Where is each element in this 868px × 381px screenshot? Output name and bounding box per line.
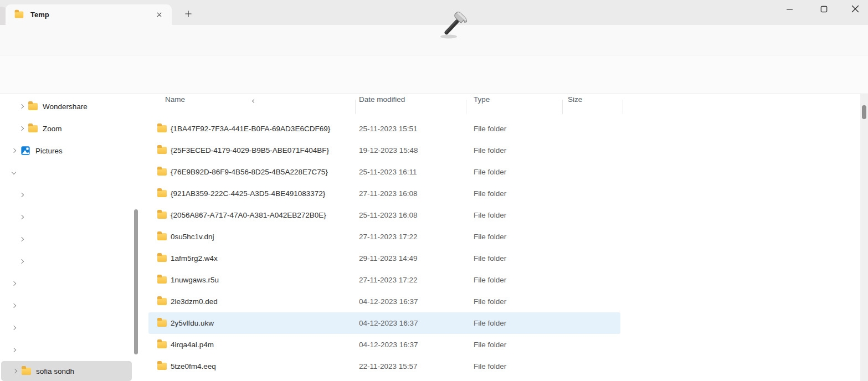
- folder-icon: [157, 276, 167, 284]
- folder-icon: [157, 125, 167, 132]
- folder-icon: [157, 233, 167, 240]
- close-window-button[interactable]: [843, 0, 868, 18]
- navigation-bar: sofia sondh AppData Local Temp: [0, 25, 868, 55]
- sidebar-item-wondershare[interactable]: Wondershare: [0, 97, 129, 115]
- column-header-date-modified[interactable]: Date modified: [359, 95, 405, 104]
- sidebar-scrollbar[interactable]: [134, 209, 138, 354]
- folder-icon: [22, 368, 31, 375]
- sidebar-item[interactable]: [0, 341, 129, 359]
- column-divider[interactable]: [562, 100, 563, 114]
- chevron-right-icon[interactable]: [12, 326, 16, 330]
- sidebar-item[interactable]: [0, 319, 129, 337]
- chevron-down-icon[interactable]: [12, 169, 16, 174]
- folder-icon: [157, 212, 167, 219]
- column-divider[interactable]: [466, 100, 466, 114]
- minimize-icon: [786, 6, 793, 13]
- sidebar-item[interactable]: [0, 208, 129, 226]
- folder-icon: [157, 298, 167, 305]
- close-icon: [155, 11, 163, 19]
- column-divider[interactable]: [355, 100, 356, 114]
- sidebar-item[interactable]: [0, 297, 129, 315]
- sidebar-item[interactable]: [0, 230, 129, 248]
- sort-ascending-icon: [253, 95, 255, 105]
- sidebar-item-zoom[interactable]: Zoom: [0, 120, 129, 137]
- sidebar-item[interactable]: [0, 275, 129, 292]
- maximize-icon: [820, 6, 828, 13]
- folder-icon: [157, 147, 167, 154]
- folder-icon: [15, 12, 24, 18]
- column-header-name[interactable]: Name: [165, 95, 185, 104]
- file-row[interactable]: 2le3dzm0.ded 04-12-2023 16:37 File folde…: [148, 291, 620, 312]
- hammer-cursor: [436, 9, 470, 42]
- sidebar-item-label: Zoom: [43, 125, 62, 133]
- file-row[interactable]: 1nuwgaws.r5u 27-11-2023 17:22 File folde…: [148, 269, 620, 291]
- file-row[interactable]: {2056A867-A717-47A0-A381-A042EB272B0E} 2…: [148, 204, 620, 226]
- column-divider[interactable]: [623, 100, 623, 114]
- chevron-right-icon[interactable]: [19, 104, 24, 109]
- command-toolbar: New Sort View: [0, 55, 868, 94]
- close-icon: [851, 5, 859, 13]
- sidebar-item-pictures[interactable]: Pictures: [0, 142, 129, 159]
- plus-icon: [184, 9, 193, 18]
- column-header-type[interactable]: Type: [474, 95, 490, 104]
- column-header-size[interactable]: Size: [568, 95, 582, 104]
- file-row[interactable]: {1BA47F92-7F3A-441E-B0FA-69AD3E6CDF69} 2…: [148, 118, 620, 140]
- sidebar-item-label: Wondershare: [43, 102, 88, 111]
- file-row[interactable]: 5tze0fm4.eeq 22-11-2023 15:57 File folde…: [148, 356, 620, 377]
- folder-icon: [157, 168, 167, 176]
- sidebar-item-expanded[interactable]: [0, 164, 129, 182]
- file-row[interactable]: 4irqa4al.p4m 04-12-2023 16:37 File folde…: [148, 334, 620, 356]
- maximize-button[interactable]: [811, 0, 836, 18]
- folder-icon: [28, 103, 38, 110]
- file-row[interactable]: {921AB359-222C-4425-A3D5-4BE491083372} 2…: [148, 183, 620, 204]
- sidebar-item-label: sofia sondh: [36, 367, 74, 375]
- tab-close-button[interactable]: [152, 8, 166, 22]
- file-row-selected[interactable]: 2y5vlfdu.ukw 04-12-2023 16:37 File folde…: [148, 312, 620, 334]
- folder-icon: [157, 341, 167, 348]
- chevron-right-icon[interactable]: [12, 281, 16, 286]
- sidebar-item-sofia-sondh[interactable]: sofia sondh: [1, 361, 132, 381]
- file-row[interactable]: 1afm5rg2.w4x 29-11-2023 14:49 File folde…: [148, 248, 620, 269]
- chevron-right-icon[interactable]: [12, 303, 16, 308]
- minimize-button[interactable]: [777, 0, 802, 18]
- chevron-right-icon[interactable]: [19, 237, 24, 241]
- folder-icon: [157, 255, 167, 262]
- folder-icon: [157, 320, 167, 327]
- file-row[interactable]: {76E9B92D-86F9-4B56-8D25-4B5A228E7C75} 2…: [148, 161, 620, 183]
- chevron-right-icon[interactable]: [19, 126, 24, 131]
- chevron-right-icon[interactable]: [13, 369, 17, 373]
- chevron-right-icon[interactable]: [12, 148, 16, 153]
- vertical-scrollbar[interactable]: [860, 94, 868, 381]
- sidebar-item-label: Pictures: [35, 147, 63, 155]
- sidebar-item[interactable]: [0, 253, 129, 270]
- sidebar-item[interactable]: [0, 186, 129, 204]
- file-explorer-window: Temp: [0, 0, 868, 381]
- file-row[interactable]: 0su5hc1v.dnj 27-11-2023 17:22 File folde…: [148, 226, 620, 248]
- pictures-icon: [20, 146, 30, 156]
- scrollbar-thumb[interactable]: [862, 105, 866, 119]
- chevron-right-icon[interactable]: [19, 215, 24, 219]
- folder-icon: [157, 190, 167, 197]
- tab-temp[interactable]: Temp: [6, 4, 172, 25]
- chevron-right-icon[interactable]: [12, 348, 16, 352]
- new-tab-button[interactable]: [181, 6, 196, 22]
- folder-icon: [28, 125, 38, 132]
- file-row[interactable]: {25F3ECED-4179-4029-B9B5-ABE071F404BF} 1…: [148, 140, 620, 161]
- tab-title: Temp: [30, 11, 152, 19]
- title-bar: Temp: [0, 0, 868, 25]
- chevron-right-icon[interactable]: [19, 259, 24, 264]
- content-area: Wondershare Zoom Pictures: [0, 94, 868, 381]
- folder-icon: [157, 363, 167, 370]
- chevron-right-icon[interactable]: [19, 193, 24, 197]
